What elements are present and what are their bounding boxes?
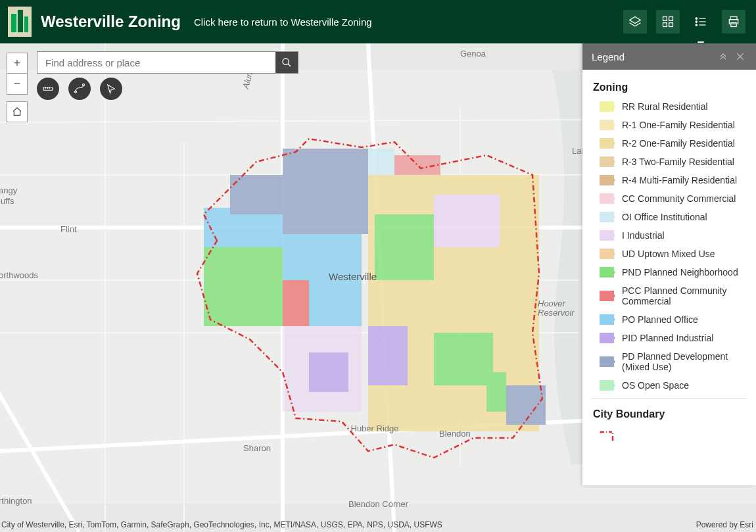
search-bar — [37, 51, 298, 74]
svg-rect-4 — [663, 17, 667, 21]
layers-button[interactable] — [623, 10, 647, 34]
layers-icon — [628, 15, 642, 28]
attribution-left: City of Westerville, Esri, TomTom, Garmi… — [1, 520, 442, 529]
search-button[interactable] — [275, 52, 298, 73]
route-button[interactable] — [68, 78, 91, 100]
legend-item-label: R-3 Two-Family Residential — [622, 157, 734, 167]
svg-point-10 — [696, 21, 697, 23]
legend-item: OS Open Space — [600, 380, 753, 391]
svg-rect-6 — [663, 23, 667, 27]
svg-text:rthington: rthington — [0, 496, 32, 506]
swatch — [600, 333, 614, 343]
return-link[interactable]: Click here to return to Westerville Zoni… — [194, 16, 372, 28]
legend-section-title: City Boundary — [593, 408, 756, 420]
legend-item-label: OS Open Space — [622, 380, 689, 391]
close-button[interactable] — [734, 50, 747, 63]
svg-line-64 — [288, 64, 291, 66]
svg-rect-41 — [309, 352, 348, 392]
search-input[interactable] — [37, 52, 275, 73]
legend-item: R-3 Two-Family Residential — [600, 157, 753, 167]
legend-button[interactable] — [689, 10, 713, 34]
route-icon — [74, 83, 85, 95]
svg-text:Blendon: Blendon — [439, 429, 471, 439]
svg-point-8 — [696, 18, 697, 20]
measure-button[interactable] — [37, 78, 59, 100]
svg-marker-3 — [630, 17, 641, 24]
svg-rect-45 — [506, 385, 546, 425]
legend-item: RR Rural Residential — [600, 101, 753, 112]
zoom-out-button[interactable]: − — [7, 74, 28, 95]
svg-rect-47 — [283, 280, 309, 326]
svg-text:Blendon Corner: Blendon Corner — [348, 499, 409, 509]
legend-item: I Industrial — [600, 230, 753, 241]
legend-header: Legend — [582, 43, 756, 70]
app-header: Westerville Zoning Click here to return … — [0, 0, 756, 43]
legend-item: PD Planned Development (Mixed Use) — [600, 351, 753, 372]
swatch — [600, 157, 614, 167]
basemap-button[interactable] — [656, 10, 680, 34]
svg-point-73 — [600, 431, 602, 433]
chevron-up-double-icon — [719, 52, 728, 61]
app-title: Westerville Zoning — [41, 12, 181, 31]
legend-panel: Legend Zoning RR Rural ResidentialR-1 On… — [582, 43, 756, 485]
print-button[interactable] — [722, 10, 745, 34]
legend-item-label: UD Uptown Mixed Use — [622, 249, 715, 259]
legend-divider — [592, 399, 747, 399]
home-icon — [12, 107, 22, 117]
swatch — [600, 193, 614, 204]
swatch — [600, 175, 614, 185]
legend-item-label: R-1 One-Family Residential — [622, 120, 735, 130]
app-logo — [8, 7, 32, 37]
swatch — [600, 356, 614, 367]
legend-item: CC Community Commercial — [600, 193, 753, 204]
home-button[interactable] — [7, 101, 28, 122]
swatch — [600, 314, 614, 325]
svg-text:Huber Ridge: Huber Ridge — [351, 423, 399, 433]
swatch — [600, 380, 614, 391]
legend-item: R-4 Multi-Family Residential — [600, 175, 753, 185]
svg-rect-33 — [204, 247, 289, 326]
header-tools — [623, 10, 745, 34]
legend-item-label: PO Planned Office — [622, 314, 698, 325]
legend-item: R-2 One-Family Residential — [600, 138, 753, 149]
select-button[interactable] — [100, 78, 122, 100]
swatch — [600, 249, 614, 259]
collapse-button[interactable] — [717, 50, 730, 63]
svg-point-74 — [612, 439, 614, 441]
legend-item-label: R-4 Multi-Family Residential — [622, 175, 737, 185]
svg-rect-5 — [669, 17, 673, 21]
legend-item: PO Planned Office — [600, 314, 753, 325]
svg-text:Sharon: Sharon — [243, 443, 271, 453]
svg-text:Flint: Flint — [60, 224, 77, 234]
svg-text:angy: angy — [0, 185, 18, 195]
zoom-in-button[interactable]: + — [7, 53, 28, 74]
svg-rect-31 — [283, 149, 368, 234]
map-tools — [37, 78, 122, 100]
legend-body[interactable]: Zoning RR Rural ResidentialR-1 One-Famil… — [582, 70, 756, 485]
legend-item-label: R-2 One-Family Residential — [622, 138, 735, 149]
legend-item: PID Planned Industrial — [600, 333, 753, 343]
svg-rect-0 — [11, 14, 16, 32]
svg-rect-39 — [368, 326, 408, 385]
legend-item-label: I Industrial — [622, 230, 665, 241]
swatch — [600, 120, 614, 130]
legend-item: PND Planned Neighborhood — [600, 267, 753, 278]
swatch — [600, 212, 614, 222]
svg-rect-65 — [43, 87, 53, 91]
zoom-controls: + − — [7, 53, 28, 95]
legend-item-label: PD Planned Development (Mixed Use) — [622, 351, 753, 372]
legend-item: OI Office Institutional — [600, 212, 753, 222]
svg-text:luffs: luffs — [0, 196, 14, 206]
search-icon — [281, 57, 292, 68]
svg-rect-42 — [434, 333, 493, 385]
svg-rect-1 — [18, 10, 23, 32]
print-icon — [727, 15, 740, 28]
svg-rect-48 — [230, 175, 283, 214]
svg-rect-38 — [434, 195, 500, 247]
list-icon — [694, 15, 707, 28]
svg-rect-44 — [506, 241, 539, 385]
legend-item: PCC Planned Community Commercial — [600, 285, 753, 306]
svg-rect-16 — [731, 23, 736, 27]
boundary-swatch — [600, 431, 615, 444]
svg-rect-7 — [669, 23, 673, 27]
